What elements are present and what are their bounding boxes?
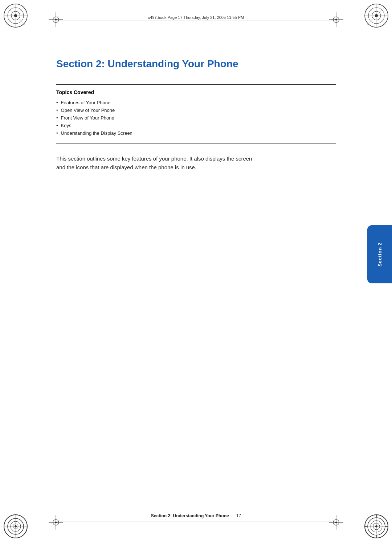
topics-list: Features of Your Phone Open View of Your…	[56, 99, 336, 137]
footer: Section 2: Understanding Your Phone 17	[56, 513, 336, 518]
bottom-border	[56, 522, 336, 522]
crosshair-tl-icon	[49, 12, 63, 27]
crosshair-tr-icon	[329, 12, 343, 27]
list-item-text: Features of Your Phone	[61, 100, 111, 105]
section-title: Section 2: Understanding Your Phone	[56, 58, 336, 70]
corner-circle-bl-icon	[3, 514, 28, 539]
list-item-text: Front View of Your Phone	[61, 115, 114, 121]
list-item-text: Understanding the Display Screen	[61, 130, 132, 136]
list-item: Open View of Your Phone	[56, 106, 336, 114]
list-item: Front View of Your Phone	[56, 114, 336, 122]
content-area: Section 2: Understanding Your Phone Topi…	[56, 44, 336, 502]
page: x497.book Page 17 Thursday, July 21, 200…	[0, 0, 392, 542]
section-tab-label: Section 2	[377, 242, 383, 267]
footer-label: Section 2: Understanding Your Phone	[151, 513, 229, 518]
topics-heading: Topics Covered	[56, 89, 336, 95]
file-info-bar: x497.book Page 17 Thursday, July 21, 200…	[0, 15, 392, 20]
top-border	[56, 20, 336, 20]
list-item: Keys	[56, 122, 336, 129]
corner-circle-br-icon	[364, 514, 389, 539]
list-item-text: Open View of Your Phone	[61, 108, 115, 113]
section-tab: Section 2	[367, 225, 392, 283]
file-info-text: x497.book Page 17 Thursday, July 21, 200…	[148, 15, 244, 20]
topics-box: Topics Covered Features of Your Phone Op…	[56, 84, 336, 143]
list-item: Understanding the Display Screen	[56, 129, 336, 137]
footer-page-number: 17	[236, 513, 241, 518]
list-item: Features of Your Phone	[56, 99, 336, 106]
list-item-text: Keys	[61, 123, 72, 128]
body-paragraph: This section outlines some key features …	[56, 154, 256, 172]
